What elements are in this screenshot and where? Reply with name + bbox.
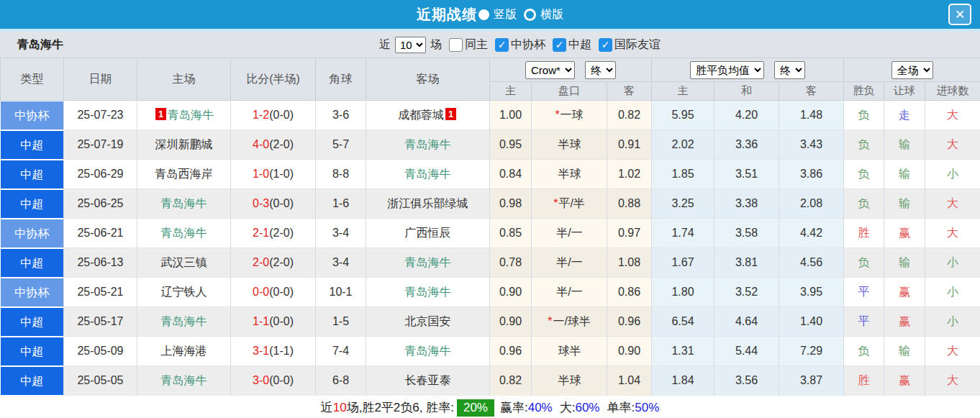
result-handicap: 走 <box>884 101 925 130</box>
bookmaker-select[interactable]: Crow* <box>525 61 575 79</box>
single-rate-value: 50% <box>635 401 659 415</box>
bookmaker-time-select[interactable]: 终 <box>585 61 616 79</box>
radio-horizontal-label[interactable]: 横版 <box>540 7 563 22</box>
checkbox-3[interactable]: ✓ <box>553 38 566 52</box>
subheader-odds-home: 主 <box>490 82 532 101</box>
result-handicap: 赢 <box>884 307 925 337</box>
odds-home: 0.95 <box>490 130 532 160</box>
fulltime-score: 2-0 <box>253 256 269 268</box>
home-team-cell[interactable]: 青岛海牛 <box>137 189 231 219</box>
result-goals: 小 <box>925 278 980 307</box>
checkbox-1[interactable] <box>449 38 463 52</box>
away-team-cell[interactable]: 北京国安 <box>366 307 490 337</box>
radio-selected-icon[interactable] <box>478 9 489 20</box>
subheader-result-handicap: 让球 <box>884 82 925 101</box>
odds-group-header: Crow* 终 <box>490 58 652 82</box>
match-type-cell: 中超 <box>1 366 64 396</box>
checkbox-2[interactable]: ✓ <box>495 38 509 52</box>
radio-vertical-label[interactable]: 竖版 <box>494 7 517 22</box>
avg-home: 1.74 <box>652 219 714 248</box>
subheader-result-wdl: 胜负 <box>844 82 884 101</box>
halftime-score: (0-0) <box>269 197 294 209</box>
recent-count-select[interactable]: 10 <box>395 37 426 53</box>
away-team-cell[interactable]: 广西恒辰 <box>366 219 490 248</box>
away-team-cell[interactable]: 浙江俱乐部绿城 <box>366 189 490 219</box>
home-team-cell[interactable]: 深圳新鹏城 <box>137 130 231 160</box>
home-team-cell[interactable]: 青岛海牛 <box>137 307 231 337</box>
avg-away: 3.95 <box>779 278 844 307</box>
footer-recent-count: 10 <box>333 401 347 415</box>
home-team-cell[interactable]: 青岛西海岸 <box>137 160 231 189</box>
win-rate-badge: 20% <box>457 399 494 417</box>
avg-type-select[interactable]: 胜平负均值 <box>690 61 764 79</box>
match-type-badge: 中超 <box>1 308 64 336</box>
home-team-name: 青岛西海岸 <box>155 168 213 180</box>
scope-select[interactable]: 全场 <box>891 61 933 79</box>
away-team-name: 青岛海牛 <box>405 345 451 357</box>
match-type-cell: 中协杯 <box>1 101 64 130</box>
result-win-draw-loss: 负 <box>844 160 884 189</box>
match-type-badge: 中协杯 <box>1 219 64 247</box>
home-rank-badge: 1 <box>155 108 166 120</box>
odds-away: 0.90 <box>607 337 652 366</box>
halftime-score: (2-0) <box>269 256 294 268</box>
subheader-odds-handicap: 盘口 <box>532 82 607 101</box>
away-team-cell[interactable]: 青岛海牛 <box>366 130 490 160</box>
avg-away: 4.42 <box>779 219 844 248</box>
away-team-name: 青岛海牛 <box>405 286 451 298</box>
corners: 5-7 <box>316 130 366 160</box>
home-team-cell[interactable]: 武汉三镇 <box>137 248 231 278</box>
odds-home: 0.84 <box>490 160 532 189</box>
halftime-score: (0-0) <box>269 374 294 386</box>
checkbox-4[interactable]: ✓ <box>599 38 612 52</box>
checkbox-label: 同主 <box>465 37 488 53</box>
avg-away: 7.29 <box>779 337 844 366</box>
away-team-name: 青岛海牛 <box>405 168 451 180</box>
corners: 6-8 <box>316 366 366 396</box>
fulltime-score: 3-0 <box>253 374 269 386</box>
avg-draw: 4.20 <box>714 101 779 130</box>
result-win-draw-loss: 胜 <box>844 219 884 248</box>
away-team-cell[interactable]: 青岛海牛 <box>366 248 490 278</box>
col-header-corners: 角球 <box>316 58 366 101</box>
away-team-cell[interactable]: 成都蓉城1 <box>366 101 490 130</box>
result-handicap: 赢 <box>884 278 925 307</box>
radio-unselected-icon[interactable] <box>524 9 536 21</box>
home-team-name: 青岛海牛 <box>161 197 207 209</box>
odds-home: 0.90 <box>490 278 532 307</box>
competition-checkboxes: 同主✓中协杯✓中超✓国际友谊 <box>442 37 661 53</box>
home-team-cell[interactable]: 辽宁铁人 <box>137 278 231 307</box>
home-team-cell[interactable]: 青岛海牛 <box>137 219 231 248</box>
corners: 10-1 <box>316 278 366 307</box>
avg-away: 3.43 <box>779 130 844 160</box>
odds-away: 0.82 <box>607 101 652 130</box>
home-team-cell[interactable]: 1青岛海牛 <box>137 101 231 130</box>
away-team-cell[interactable]: 长春亚泰 <box>366 366 490 396</box>
big-rate-value: 60% <box>575 401 599 415</box>
col-header-away: 客场 <box>366 58 490 101</box>
result-goals: 大 <box>925 130 980 160</box>
handicap-text: 半球 <box>558 168 581 180</box>
home-team-cell[interactable]: 青岛海牛 <box>137 366 231 396</box>
odds-handicap: 半/一 <box>532 278 607 307</box>
away-team-cell[interactable]: 青岛海牛 <box>366 160 490 189</box>
result-win-draw-loss: 胜 <box>844 366 884 396</box>
results-table: 类型 日期 主场 比分(半场) 角球 客场 Crow* 终 胜 <box>0 58 980 396</box>
home-team-cell[interactable]: 上海海港 <box>137 337 231 366</box>
away-team-cell[interactable]: 青岛海牛 <box>366 337 490 366</box>
corners: 1-5 <box>316 307 366 337</box>
result-handicap: 赢 <box>884 219 925 248</box>
avg-draw: 3.52 <box>714 278 779 307</box>
avg-home: 1.85 <box>652 160 714 189</box>
handicap-star-icon: * <box>555 109 559 121</box>
result-win-draw-loss: 负 <box>844 130 884 160</box>
match-date: 25-06-13 <box>64 248 137 278</box>
avg-time-select[interactable]: 终 <box>774 61 805 79</box>
odds-handicap: *平/半 <box>532 189 607 219</box>
away-team-cell[interactable]: 青岛海牛 <box>366 278 490 307</box>
close-button[interactable]: ✕ <box>948 4 971 25</box>
fulltime-score: 3-1 <box>253 345 269 357</box>
halftime-score: (0-0) <box>269 286 294 298</box>
result-goals: 小 <box>925 307 980 337</box>
match-type-cell: 中超 <box>1 337 64 366</box>
